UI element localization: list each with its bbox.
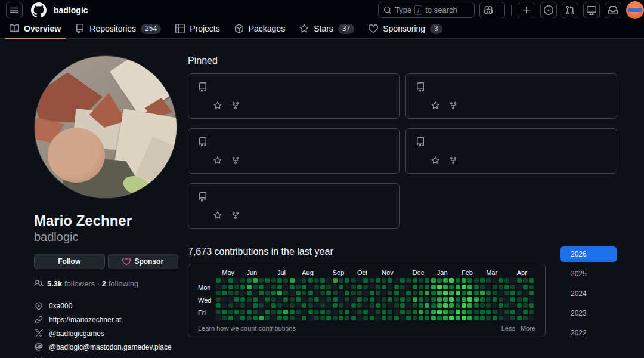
contribution-cell[interactable] (425, 278, 429, 283)
contribution-cell[interactable] (253, 316, 258, 320)
contribution-cell[interactable] (474, 278, 479, 283)
contribution-cell[interactable] (413, 316, 417, 320)
copilot-button[interactable] (480, 2, 497, 18)
contribution-cell[interactable] (467, 316, 472, 320)
contribution-cell[interactable] (425, 297, 429, 302)
contribution-cell[interactable] (529, 297, 534, 302)
contribution-cell[interactable] (517, 291, 522, 295)
contribution-cell[interactable] (283, 285, 288, 289)
contribution-cell[interactable] (308, 303, 313, 308)
contribution-cell[interactable] (216, 303, 221, 308)
contribution-cell[interactable] (437, 316, 442, 320)
repo-stars[interactable] (431, 101, 439, 110)
contribution-cell[interactable] (504, 297, 509, 302)
contribution-cell[interactable] (486, 278, 491, 283)
detail-bluesky[interactable]: @badlogic.bsky.social (34, 354, 178, 358)
contribution-cell[interactable] (333, 303, 338, 308)
contribution-cell[interactable] (510, 303, 515, 308)
contribution-cell[interactable] (523, 303, 528, 308)
contribution-cell[interactable] (523, 291, 528, 295)
contribution-cell[interactable] (271, 310, 276, 314)
contribution-cell[interactable] (474, 291, 479, 295)
contribution-cell[interactable] (431, 316, 436, 320)
contribution-cell[interactable] (234, 316, 239, 320)
contribution-cell[interactable] (474, 316, 479, 320)
contribution-cell[interactable] (431, 285, 436, 289)
repo-stars[interactable] (213, 101, 222, 110)
contribution-cell[interactable] (333, 297, 338, 302)
contribution-cell[interactable] (486, 310, 491, 314)
contribution-cell[interactable] (480, 297, 485, 302)
contribution-cell[interactable] (228, 303, 233, 308)
contribution-cell[interactable] (529, 291, 534, 295)
contribution-cell[interactable] (493, 310, 497, 314)
contribution-cell[interactable] (480, 316, 485, 320)
contribution-cell[interactable] (437, 278, 442, 283)
tab-repositories[interactable]: Repositories 254 (70, 20, 166, 39)
contribution-cell[interactable] (247, 303, 252, 308)
contribution-cell[interactable] (302, 291, 306, 295)
contribution-cell[interactable] (456, 297, 460, 302)
contribution-cell[interactable] (370, 316, 374, 320)
contribution-cell[interactable] (308, 285, 313, 289)
contribution-cell[interactable] (357, 297, 362, 302)
contribution-cell[interactable] (228, 285, 233, 289)
contribution-cell[interactable] (456, 316, 460, 320)
contribution-cell[interactable] (474, 310, 479, 314)
contribution-cell[interactable] (406, 310, 411, 314)
contribution-cell[interactable] (486, 291, 491, 295)
contribution-cell[interactable] (425, 285, 429, 289)
contribution-cell[interactable] (357, 303, 362, 308)
contribution-cell[interactable] (443, 316, 448, 320)
contribution-cell[interactable] (240, 285, 245, 289)
contribution-cell[interactable] (320, 310, 325, 314)
contribution-cell[interactable] (499, 303, 503, 308)
contribution-cell[interactable] (216, 285, 221, 289)
contribution-cell[interactable] (443, 291, 448, 295)
contribution-cell[interactable] (370, 303, 374, 308)
contribution-cell[interactable] (326, 278, 331, 283)
contribution-cell[interactable] (394, 310, 399, 314)
contribution-cell[interactable] (510, 285, 515, 289)
contribution-cell[interactable] (271, 316, 276, 320)
contribution-cell[interactable] (290, 310, 295, 314)
contribution-cell[interactable] (376, 310, 380, 314)
contribution-cell[interactable] (308, 310, 313, 314)
contribution-cell[interactable] (406, 303, 411, 308)
contribution-cell[interactable] (363, 278, 368, 283)
contribution-cell[interactable] (234, 297, 239, 302)
contribution-cell[interactable] (382, 285, 386, 289)
contribution-cell[interactable] (510, 278, 515, 283)
contribution-cell[interactable] (504, 278, 509, 283)
contribution-cell[interactable] (222, 278, 227, 283)
contribution-cell[interactable] (523, 297, 528, 302)
contribution-cell[interactable] (277, 303, 282, 308)
contribution-cell[interactable] (394, 303, 399, 308)
contribution-cell[interactable] (222, 291, 227, 295)
tab-overview[interactable]: Overview (5, 20, 66, 39)
contribution-cell[interactable] (253, 278, 258, 283)
contribution-cell[interactable] (437, 285, 442, 289)
contribution-cell[interactable] (499, 285, 503, 289)
contribution-cell[interactable] (449, 316, 454, 320)
contribution-cell[interactable] (296, 297, 301, 302)
user-avatar-button[interactable] (626, 1, 644, 19)
contribution-cell[interactable] (265, 285, 270, 289)
contribution-cell[interactable] (277, 291, 282, 295)
contribution-cell[interactable] (351, 310, 356, 314)
contribution-cell[interactable] (240, 310, 245, 314)
contribution-cell[interactable] (382, 278, 386, 283)
contribution-cell[interactable] (320, 291, 325, 295)
contribution-cell[interactable] (406, 285, 411, 289)
contribution-cell[interactable] (376, 285, 380, 289)
contribution-cell[interactable] (499, 297, 503, 302)
contribution-cell[interactable] (290, 297, 295, 302)
contribution-cell[interactable] (283, 297, 288, 302)
contribution-cell[interactable] (467, 310, 472, 314)
contribution-cell[interactable] (493, 316, 497, 320)
contribution-cell[interactable] (216, 297, 221, 302)
contribution-cell[interactable] (363, 303, 368, 308)
contribution-cell[interactable] (376, 278, 380, 283)
contribution-cell[interactable] (222, 316, 227, 320)
contribution-cell[interactable] (413, 310, 417, 314)
